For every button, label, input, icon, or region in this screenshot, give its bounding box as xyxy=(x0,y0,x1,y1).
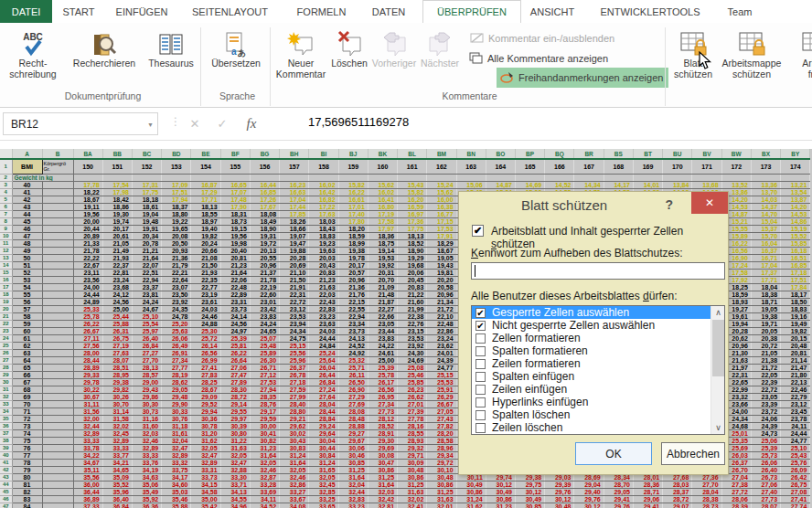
column-header[interactable]: BX xyxy=(751,149,780,159)
weight-cell[interactable]: 76 xyxy=(12,444,42,451)
bmi-value-cell[interactable]: 16,87 xyxy=(191,181,220,188)
weight-cell[interactable]: 79 xyxy=(12,466,42,473)
grid-cell[interactable] xyxy=(250,174,279,181)
weight-cell[interactable]: 51 xyxy=(12,261,42,269)
bmi-value-cell[interactable]: 31,23 xyxy=(250,444,279,451)
bmi-value-cell[interactable]: 18,04 xyxy=(751,283,780,291)
bmi-value-cell[interactable]: 21,34 xyxy=(427,298,456,305)
bmi-value-cell[interactable]: 24,30 xyxy=(398,349,427,356)
bmi-value-cell[interactable]: 18,50 xyxy=(781,298,810,305)
option-checkbox[interactable] xyxy=(475,410,486,420)
bmi-value-cell[interactable]: 25,64 xyxy=(309,356,338,364)
bmi-value-cell[interactable]: 31,24 xyxy=(280,451,309,459)
bmi-value-cell[interactable]: 28,04 xyxy=(309,400,338,407)
permission-option[interactable]: ✔Gesperrte Zellen auswählen xyxy=(472,306,724,319)
bmi-value-cell[interactable]: 24,44 xyxy=(781,429,810,437)
bmi-value-cell[interactable]: 33,67 xyxy=(280,495,309,503)
bmi-value-cell[interactable]: 24,01 xyxy=(427,349,456,356)
bmi-value-cell[interactable]: 18,90 xyxy=(250,225,279,232)
row-header[interactable]: 1 xyxy=(0,159,12,174)
bmi-value-cell[interactable]: 32,45 xyxy=(309,481,338,488)
bmi-value-cell[interactable]: 32,05 xyxy=(309,473,338,481)
bmi-value-cell[interactable]: 36,40 xyxy=(102,495,132,503)
bmi-value-cell[interactable]: 32,05 xyxy=(220,451,250,459)
permission-option[interactable]: Spalten einfügen xyxy=(472,370,724,383)
bmi-value-cell[interactable]: 21,37 xyxy=(250,269,279,276)
bmi-value-cell[interactable]: 34,11 xyxy=(250,495,279,503)
bmi-value-cell[interactable]: 23,92 xyxy=(162,298,191,305)
bmi-value-cell[interactable]: 29,76 xyxy=(604,503,633,508)
grid-cell[interactable] xyxy=(42,466,73,473)
bmi-value-cell[interactable]: 25,32 xyxy=(338,356,368,364)
bmi-value-cell[interactable]: 32,46 xyxy=(250,466,279,473)
column-header[interactable]: BL xyxy=(398,149,427,159)
bmi-value-cell[interactable]: 26,40 xyxy=(751,466,780,473)
bmi-value-cell[interactable]: 29,24 xyxy=(309,422,338,429)
bmi-value-cell[interactable]: 25,39 xyxy=(220,334,250,342)
bmi-value-cell[interactable]: 19,11 xyxy=(73,203,102,210)
bmi-value-cell[interactable]: 28,88 xyxy=(338,422,368,429)
bmi-value-cell[interactable]: 26,22 xyxy=(220,349,250,356)
bmi-value-cell[interactable]: 24,77 xyxy=(781,437,810,444)
bmi-value-cell[interactable]: 20,24 xyxy=(191,239,220,247)
bmi-value-cell[interactable]: 24,03 xyxy=(191,305,220,312)
bmi-value-cell[interactable]: 22,22 xyxy=(73,254,102,261)
bmi-value-cell[interactable]: 17,97 xyxy=(368,225,397,232)
bmi-value-cell[interactable]: 27,73 xyxy=(368,407,397,415)
bmi-value-cell[interactable]: 27,01 xyxy=(398,400,427,407)
grid-cell[interactable] xyxy=(42,291,73,298)
bmi-value-cell[interactable]: 21,78 xyxy=(250,276,279,283)
bmi-value-cell[interactable]: 28,95 xyxy=(102,371,132,378)
bmi-value-cell[interactable]: 29,76 xyxy=(545,488,574,495)
grid-cell[interactable] xyxy=(42,503,73,508)
bmi-value-cell[interactable]: 19,22 xyxy=(162,217,191,225)
bmi-value-cell[interactable]: 17,91 xyxy=(427,232,456,239)
bmi-value-cell[interactable]: 23,62 xyxy=(427,342,456,349)
bmi-value-cell[interactable]: 30,49 xyxy=(516,495,545,503)
bmi-value-cell[interactable]: 18,52 xyxy=(398,239,427,247)
help-icon[interactable]: ? xyxy=(665,197,673,212)
bmi-value-cell[interactable]: 30,02 xyxy=(280,429,309,437)
bmi-value-cell[interactable]: 25,72 xyxy=(191,334,220,342)
bmi-value-cell[interactable]: 27,94 xyxy=(250,386,279,393)
bmi-value-cell[interactable]: 29,07 xyxy=(663,503,692,508)
bmi-value-cell[interactable]: 15,04 xyxy=(751,217,780,225)
bmi-value-cell[interactable]: 33,28 xyxy=(250,481,279,488)
row-header[interactable]: 37 xyxy=(0,429,12,437)
bmi-value-cell[interactable]: 30,73 xyxy=(132,407,161,415)
bmi-value-cell[interactable]: 22,21 xyxy=(162,269,191,276)
weight-cell[interactable]: 57 xyxy=(12,305,42,312)
column-header[interactable]: BY xyxy=(781,149,810,159)
bmi-value-cell[interactable]: 36,44 xyxy=(73,488,102,495)
bmi-value-cell[interactable]: 29,94 xyxy=(191,407,220,415)
bmi-value-cell[interactable]: 16,23 xyxy=(280,181,309,188)
bmi-value-cell[interactable]: 18,36 xyxy=(368,232,397,239)
weight-cell[interactable]: 62 xyxy=(12,342,42,349)
bmi-value-cell[interactable]: 18,71 xyxy=(751,298,780,305)
bmi-value-cell[interactable]: 22,60 xyxy=(250,291,279,298)
bmi-value-cell[interactable]: 28,20 xyxy=(427,429,456,437)
weight-cell[interactable]: 45 xyxy=(12,217,42,225)
select-all-corner[interactable] xyxy=(0,149,12,159)
column-header[interactable]: BB xyxy=(102,149,132,159)
bmi-value-cell[interactable]: 17,07 xyxy=(220,188,250,196)
bmi-value-cell[interactable]: 22,86 xyxy=(427,327,456,334)
bmi-value-cell[interactable]: 16,97 xyxy=(398,210,427,217)
bmi-value-cell[interactable]: 20,70 xyxy=(368,276,397,283)
grid-cell[interactable] xyxy=(42,349,73,356)
bmi-value-cell[interactable]: 20,55 xyxy=(250,254,279,261)
bmi-value-cell[interactable]: 20,96 xyxy=(250,261,279,269)
bmi-value-cell[interactable]: 31,14 xyxy=(102,407,132,415)
row-header[interactable]: 42 xyxy=(0,466,12,473)
bmi-value-cell[interactable]: 29,00 xyxy=(132,378,161,386)
bmi-value-cell[interactable]: 29,09 xyxy=(191,393,220,400)
bmi-value-cell[interactable]: 14,86 xyxy=(781,217,810,225)
bmi-value-cell[interactable]: 23,61 xyxy=(191,298,220,305)
permission-option[interactable]: Spalten löschen xyxy=(472,408,724,421)
column-header[interactable]: BC xyxy=(132,149,161,159)
bmi-value-cell[interactable]: 22,19 xyxy=(250,283,279,291)
height-header-cell[interactable]: 155 xyxy=(220,159,250,174)
bmi-value-cell[interactable]: 24,03 xyxy=(309,327,338,334)
bmi-value-cell[interactable]: 30,22 xyxy=(73,386,102,393)
bmi-value-cell[interactable]: 23,34 xyxy=(338,320,368,327)
